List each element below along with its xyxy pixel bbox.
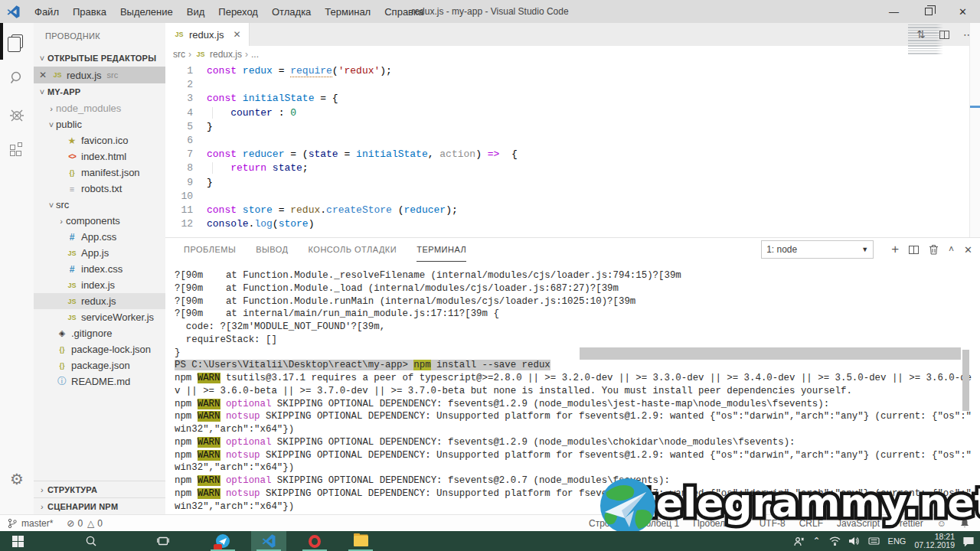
status-item[interactable]: Строка 13, столбец 1 — [589, 518, 679, 529]
trash-icon[interactable] — [929, 244, 939, 255]
breadcrumb-src[interactable]: src — [173, 49, 185, 60]
open-editor-badge: src — [107, 70, 119, 80]
panel-tab-вывод[interactable]: ВЫВОД — [256, 238, 288, 262]
menu-item[interactable]: Файл — [28, 6, 66, 18]
open-editors-header[interactable]: ˅ОТКРЫТЫЕ РЕДАКТОРЫ — [34, 50, 165, 67]
close-button[interactable]: ✕ — [946, 0, 980, 23]
menu-item[interactable]: Правка — [66, 6, 113, 18]
status-item[interactable]: UTF-8 — [760, 518, 786, 529]
terminal-scrollbar[interactable] — [962, 350, 969, 411]
terminal-line: win32","arch":"x64"}) — [175, 501, 980, 514]
menu-item[interactable]: Вид — [180, 6, 212, 18]
open-editor-item[interactable]: ✕ JS redux.js src — [34, 67, 165, 83]
sidebar-section-outline[interactable]: ›СТРУКТУРА — [34, 481, 165, 497]
action-center-icon[interactable] — [963, 536, 974, 546]
menu-item[interactable]: Выделение — [113, 6, 180, 18]
tree-item-label: src — [56, 199, 69, 210]
tree-item[interactable]: JSredux.js — [34, 293, 165, 309]
keyboard-icon[interactable] — [868, 537, 880, 545]
code-line: 6 — [165, 134, 980, 148]
language-indicator[interactable]: ENG — [888, 536, 906, 546]
tree-item[interactable]: JSApp.js — [34, 245, 165, 261]
minimize-button[interactable]: — — [877, 0, 911, 23]
tree-item[interactable]: ›node_modules — [34, 100, 165, 116]
terminal-picker[interactable]: 1: node ▼ — [761, 240, 874, 259]
code-line: 8 return state; — [165, 161, 980, 175]
git-branch-label[interactable]: master* — [21, 518, 53, 529]
css-file-icon: # — [66, 264, 78, 275]
split-terminal-icon[interactable] — [909, 246, 919, 254]
menu-item[interactable]: Терминал — [318, 6, 377, 18]
minimap[interactable] — [908, 24, 943, 55]
tab-redux-js[interactable]: JS redux.js ✕ — [165, 23, 250, 46]
start-button[interactable] — [0, 531, 35, 551]
code-text: const initialState = { — [207, 92, 338, 106]
chevron-right-icon: › — [37, 485, 47, 494]
debug-icon[interactable] — [0, 96, 34, 133]
code-line: 3const initialState = { — [165, 92, 980, 106]
chevron-right-icon: › — [188, 49, 191, 60]
bottom-panel: ПРОБЛЕМЫВЫВОДКОНСОЛЬ ОТЛАДКИТЕРМИНАЛ 1: … — [165, 237, 980, 514]
terminal-line: ?[90m at Function.Module.runMain (intern… — [175, 296, 980, 309]
taskbar-search-button[interactable] — [74, 531, 109, 551]
extensions-icon[interactable] — [0, 133, 34, 170]
feedback-smiley-icon[interactable]: ☺ — [937, 518, 946, 529]
star-file-icon: ★ — [66, 135, 78, 146]
status-item[interactable]: CRLF — [799, 518, 823, 529]
panel-tab-терминал[interactable]: ТЕРМИНАЛ — [416, 238, 466, 262]
warnings-indicator[interactable]: △0 — [87, 518, 103, 529]
tree-item[interactable]: <>index.html — [34, 148, 165, 165]
tree-item[interactable]: ›components — [34, 213, 165, 229]
tree-item[interactable]: ˅src — [34, 197, 165, 213]
code-line: 5} — [165, 120, 980, 134]
panel-tab-консоль-отладки[interactable]: КОНСОЛЬ ОТЛАДКИ — [309, 238, 397, 262]
tree-item[interactable]: {}manifest.json — [34, 165, 165, 181]
close-panel-icon[interactable]: ✕ — [964, 244, 972, 256]
tree-item[interactable]: ◈.gitignore — [34, 325, 165, 341]
clock[interactable]: 18:21 07.12.2019 — [914, 533, 955, 549]
js-file-icon: JS — [66, 282, 78, 289]
taskbar-vscode-button[interactable] — [251, 531, 286, 551]
close-icon[interactable]: ✕ — [39, 70, 51, 80]
taskbar-telegram-button[interactable] — [205, 531, 240, 551]
taskbar-opera-button[interactable] — [297, 531, 332, 551]
tree-item[interactable]: #App.css — [34, 229, 165, 245]
tree-item[interactable]: ★favicon.ico — [34, 132, 165, 148]
close-icon[interactable]: ✕ — [234, 29, 241, 40]
tree-item[interactable]: ≡robots.txt — [34, 181, 165, 197]
search-icon[interactable] — [0, 60, 34, 96]
restore-button[interactable] — [911, 0, 946, 23]
people-icon[interactable] — [794, 536, 805, 546]
tree-item[interactable]: JSindex.js — [34, 277, 165, 293]
tree-item[interactable]: #index.css — [34, 261, 165, 277]
new-terminal-icon[interactable]: + — [891, 242, 899, 257]
status-item[interactable]: Prettier — [893, 518, 923, 529]
status-item[interactable]: Пробелов: 4 — [693, 518, 746, 529]
explorer-icon[interactable] — [0, 23, 34, 60]
breadcrumb[interactable]: src › JS redux.js › ... — [165, 46, 980, 63]
volume-icon[interactable] — [849, 536, 860, 546]
terminal[interactable]: ?[90m at Function.Module._resolveFilenam… — [165, 266, 980, 514]
hidden-icons-chevron[interactable]: ⌃ — [813, 536, 821, 546]
menu-item[interactable]: Справка — [377, 6, 430, 18]
wifi-icon[interactable] — [829, 536, 841, 546]
tree-item[interactable]: ˅public — [34, 116, 165, 132]
menu-item[interactable]: Отладка — [265, 6, 318, 18]
project-header[interactable]: ˅MY-APP — [34, 83, 165, 100]
sidebar-section-npm-scripts[interactable]: ›СЦЕНАРИИ NPM — [34, 497, 165, 514]
gear-icon[interactable]: ⚙ — [0, 470, 34, 488]
maximize-panel-icon[interactable]: ˄ — [949, 244, 954, 255]
panel-tab-проблемы[interactable]: ПРОБЛЕМЫ — [184, 238, 236, 262]
tree-item[interactable]: JSserviceWorker.js — [34, 309, 165, 325]
menu-item[interactable]: Переход — [211, 6, 265, 18]
errors-indicator[interactable]: ⊘0 — [67, 518, 83, 529]
tree-item[interactable]: {}package.json — [34, 357, 165, 373]
task-view-button[interactable] — [145, 531, 181, 551]
tree-item[interactable]: {}package-lock.json — [34, 341, 165, 357]
bell-icon[interactable] — [960, 518, 969, 528]
taskbar-explorer-button[interactable] — [343, 531, 378, 551]
breadcrumb-file[interactable]: redux.js — [210, 49, 242, 60]
status-item[interactable]: JavaScript — [837, 518, 880, 529]
breadcrumb-more[interactable]: ... — [251, 49, 259, 60]
tree-item[interactable]: ⓘREADME.md — [34, 373, 165, 390]
